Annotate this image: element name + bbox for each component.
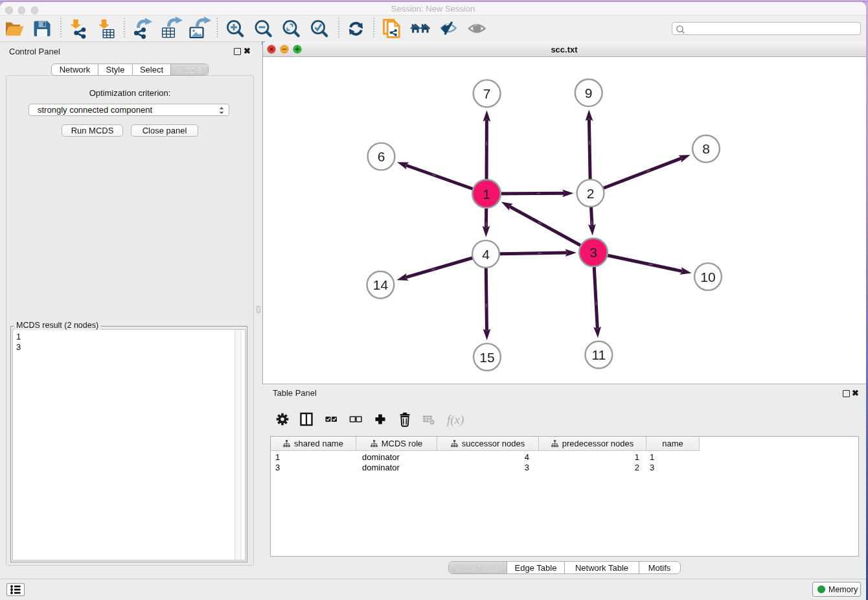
svg-text:3: 3 <box>589 245 597 260</box>
svg-text:7: 7 <box>483 86 491 101</box>
svg-text:2: 2 <box>587 186 595 201</box>
svg-text:15: 15 <box>479 350 494 365</box>
svg-text:1: 1 <box>483 187 490 202</box>
svg-text:11: 11 <box>591 347 606 362</box>
svg-text:10: 10 <box>700 270 715 284</box>
svg-text:9: 9 <box>585 86 593 100</box>
svg-text:6: 6 <box>378 149 385 164</box>
svg-text:f(x): f(x) <box>447 413 464 427</box>
svg-text:4: 4 <box>482 247 490 262</box>
svg-text:14: 14 <box>373 277 389 292</box>
svg-text:8: 8 <box>702 141 710 156</box>
